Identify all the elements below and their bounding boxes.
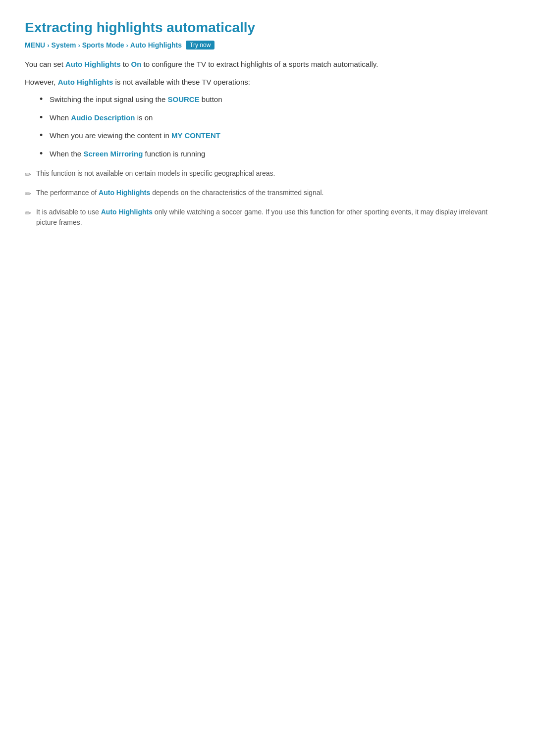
breadcrumb-sports-mode[interactable]: Sports Mode	[82, 41, 124, 49]
bullet-list: Switching the input signal using the SOU…	[40, 94, 510, 159]
try-now-badge[interactable]: Try now	[186, 41, 214, 50]
list-item: When you are viewing the content in MY C…	[40, 130, 510, 142]
note-item-1: ✏ This function is not available on cert…	[25, 168, 510, 181]
note-3-text: It is advisable to use Auto Highlights o…	[36, 207, 510, 228]
bullet-1-source-link[interactable]: SOURCE	[167, 95, 199, 103]
pencil-icon-2: ✏	[25, 188, 31, 200]
note-item-3: ✏ It is advisable to use Auto Highlights…	[25, 207, 510, 228]
breadcrumb-sep-2: ›	[78, 42, 80, 49]
paragraph-2: However, Auto Highlights is not availabl…	[25, 76, 510, 88]
para2-link-auto-highlights[interactable]: Auto Highlights	[58, 78, 113, 86]
breadcrumb-menu[interactable]: MENU	[25, 41, 45, 49]
note-2-after: depends on the characteristics of the tr…	[150, 189, 323, 197]
list-item: Switching the input signal using the SOU…	[40, 94, 510, 105]
bullet-4-before: When the	[50, 150, 83, 158]
note-section: ✏ This function is not available on cert…	[25, 168, 510, 228]
bullet-1-after: button	[200, 95, 222, 103]
para2-text-before: However,	[25, 78, 58, 86]
note-item-2: ✏ The performance of Auto Highlights dep…	[25, 188, 510, 200]
pencil-icon-1: ✏	[25, 169, 31, 181]
note-2-auto-highlights-link[interactable]: Auto Highlights	[99, 189, 150, 197]
bullet-2-audio-desc-link[interactable]: Audio Description	[71, 113, 135, 122]
breadcrumb-system[interactable]: System	[52, 41, 76, 49]
pencil-icon-3: ✏	[25, 207, 31, 219]
para1-text-after: to configure the TV to extract highlight…	[141, 60, 378, 68]
list-item: When the Screen Mirroring function is ru…	[40, 149, 510, 160]
page-title: Extracting highlights automatically	[25, 20, 510, 36]
bullet-4-screen-mirroring-link[interactable]: Screen Mirroring	[83, 150, 143, 158]
breadcrumb-sep-3: ›	[126, 42, 128, 49]
para1-text-middle: to	[121, 60, 131, 68]
note-3-auto-highlights-link[interactable]: Auto Highlights	[101, 208, 153, 216]
note-2-text: The performance of Auto Highlights depen…	[36, 188, 510, 198]
breadcrumb: MENU › System › Sports Mode › Auto Highl…	[25, 41, 510, 50]
list-item: When Audio Description is on	[40, 112, 510, 124]
bullet-2-after: is on	[135, 113, 153, 122]
para1-link-on[interactable]: On	[131, 60, 142, 68]
note-2-before: The performance of	[36, 189, 99, 197]
para1-link-auto-highlights[interactable]: Auto Highlights	[65, 60, 121, 68]
bullet-3-before: When you are viewing the content in	[50, 131, 171, 140]
bullet-1-before: Switching the input signal using the	[50, 95, 167, 103]
bullet-4-after: function is running	[143, 150, 205, 158]
note-1-text: This function is not available on certai…	[36, 168, 510, 179]
note-3-before: It is advisable to use	[36, 208, 101, 216]
para1-text-before: You can set	[25, 60, 65, 68]
bullet-2-before: When	[50, 113, 71, 122]
breadcrumb-auto-highlights[interactable]: Auto Highlights	[130, 41, 182, 49]
breadcrumb-sep-1: ›	[47, 42, 49, 49]
bullet-3-my-content-link[interactable]: MY CONTENT	[171, 131, 220, 140]
paragraph-1: You can set Auto Highlights to On to con…	[25, 58, 510, 70]
para2-text-after: is not available with these TV operation…	[113, 78, 250, 86]
